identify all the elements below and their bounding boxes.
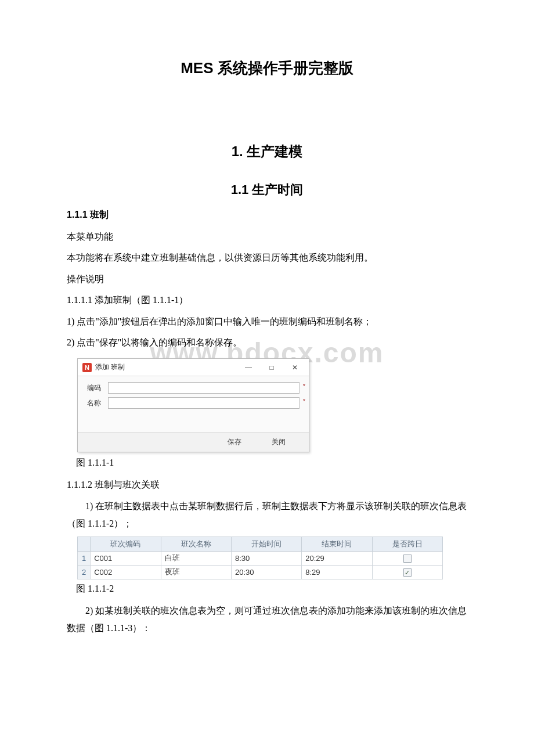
col-end-time: 结束时间 <box>302 537 372 551</box>
cross-day-checkbox[interactable] <box>403 555 412 563</box>
cross-day-checkbox[interactable]: ✓ <box>403 568 412 577</box>
col-shift-code: 班次编码 <box>91 537 161 551</box>
paragraph-assoc-1: 1) 在班制主数据表中点击某班制数据行后，班制主数据表下方将显示该班制关联的班次… <box>67 498 467 533</box>
row-number: 2 <box>78 565 91 579</box>
figure-caption-1: 图 1.1.1-1 <box>67 457 467 469</box>
document-title: MES 系统操作手册完整版 <box>67 58 467 78</box>
label-name: 名称 <box>87 398 108 408</box>
col-cross-day: 是否跨日 <box>372 537 442 551</box>
cell-cross-day <box>372 551 442 565</box>
row-number: 1 <box>78 551 91 565</box>
dialog-title: 添加 班制 <box>95 362 237 372</box>
paragraph-step1: 1) 点击"添加"按钮后在弹出的添加窗口中输入唯一的班制编码和班制名称； <box>67 313 467 330</box>
paragraph-assoc-2: 2) 如某班制关联的班次信息表为空，则可通过班次信息表的添加功能来添加该班制的班… <box>67 602 467 638</box>
subsection-heading: 1.1.1 班制 <box>67 209 467 221</box>
paragraph-op-label: 操作说明 <box>67 271 467 288</box>
table-row[interactable]: 2C002夜班20:308:29✓ <box>78 565 443 579</box>
cell-end: 8:29 <box>302 565 372 579</box>
code-input[interactable] <box>108 382 300 394</box>
required-asterisk: * <box>303 383 305 390</box>
cell-start: 8:30 <box>231 551 301 565</box>
name-input[interactable] <box>108 397 300 409</box>
paragraph-menu-desc: 本功能将在系统中建立班制基础信息，以供资源日历等其他系统功能利用。 <box>67 249 467 267</box>
dialog-titlebar: N 添加 班制 — □ ✕ <box>78 359 309 376</box>
required-asterisk: * <box>303 398 305 405</box>
paragraph-1-1-1-2: 1.1.1.2 班制与班次关联 <box>67 476 467 494</box>
cell-code: C002 <box>91 565 161 579</box>
col-shift-name: 班次名称 <box>161 537 231 551</box>
close-window-button[interactable]: ✕ <box>283 361 306 375</box>
minimize-button[interactable]: — <box>237 361 260 375</box>
cell-name: 白班 <box>161 551 231 565</box>
cell-name: 夜班 <box>161 565 231 579</box>
paragraph-step2: 2) 点击"保存"以将输入的编码和名称保存。 <box>67 334 467 351</box>
figure-caption-2: 图 1.1.1-2 <box>67 583 467 595</box>
paragraph-menu-label: 本菜单功能 <box>67 228 467 246</box>
table-header-row: 班次编码 班次名称 开始时间 结束时间 是否跨日 <box>78 537 443 551</box>
cell-end: 20:29 <box>302 551 372 565</box>
save-button[interactable]: 保存 <box>224 436 245 448</box>
label-code: 编码 <box>87 383 108 393</box>
cell-start: 20:30 <box>231 565 301 579</box>
table-row[interactable]: 1C001白班8:3020:29 <box>78 551 443 565</box>
section-heading: 1.1 生产时间 <box>67 181 467 199</box>
maximize-button[interactable]: □ <box>260 361 283 375</box>
app-icon: N <box>82 363 92 372</box>
close-button[interactable]: 关闭 <box>268 436 289 448</box>
shift-info-table: 班次编码 班次名称 开始时间 结束时间 是否跨日 1C001白班8:3020:2… <box>77 537 443 579</box>
col-start-time: 开始时间 <box>231 537 301 551</box>
cell-cross-day: ✓ <box>372 565 442 579</box>
paragraph-1-1-1-1: 1.1.1.1 添加班制（图 1.1.1-1） <box>67 291 467 309</box>
add-shift-dialog: N 添加 班制 — □ ✕ 编码 * 名称 * <box>77 358 309 452</box>
chapter-heading: 1. 生产建模 <box>67 142 467 161</box>
cell-code: C001 <box>91 551 161 565</box>
